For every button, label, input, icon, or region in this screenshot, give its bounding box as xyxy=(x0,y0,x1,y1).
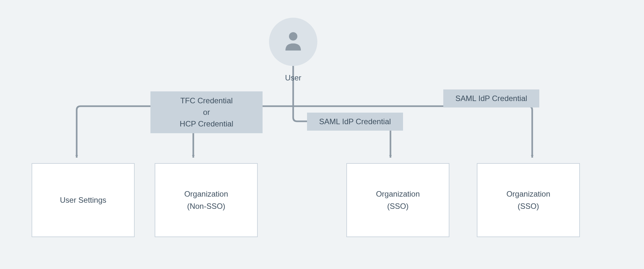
credential-tfc-hcp: TFC Credential or HCP Credential xyxy=(150,91,263,133)
user-avatar-circle xyxy=(269,18,317,66)
box-org-nonsso: Organization (Non-SSO) xyxy=(155,163,258,237)
box-user-settings: User Settings xyxy=(32,163,135,237)
user-label: User xyxy=(277,73,309,82)
credential-saml-2: SAML IdP Credential xyxy=(443,89,539,107)
person-icon xyxy=(284,31,303,53)
credential-saml-1: SAML IdP Credential xyxy=(307,113,403,131)
svg-point-0 xyxy=(289,32,297,41)
box-org-sso-1: Organization (SSO) xyxy=(346,163,449,237)
diagram-canvas: User TFC Credential or HCP Credential SA… xyxy=(0,0,644,269)
box-org-sso-2: Organization (SSO) xyxy=(477,163,580,237)
